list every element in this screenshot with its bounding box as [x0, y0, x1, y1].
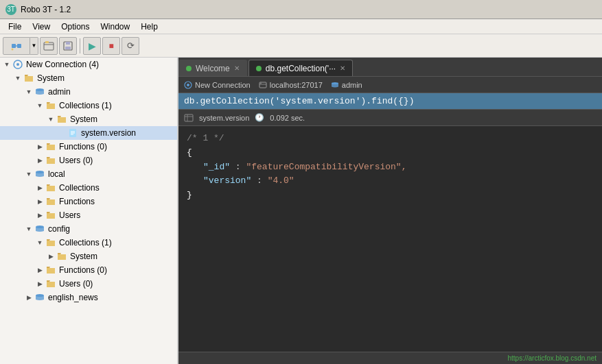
- svg-rect-25: [185, 114, 193, 121]
- conn-name-item: New Connection: [184, 81, 251, 89]
- svg-point-10: [16, 63, 19, 66]
- menu-options[interactable]: Options: [56, 21, 95, 33]
- tree-config-db[interactable]: ▼ config: [0, 222, 177, 236]
- title-bar: 3T Robo 3T - 1.2: [0, 0, 602, 19]
- tree-system-folder[interactable]: ▼ System: [0, 71, 177, 85]
- connection-icon: [12, 59, 23, 70]
- tree-system-version[interactable]: system.version: [0, 126, 177, 140]
- menu-window[interactable]: Window: [95, 21, 136, 33]
- folder-icon-admin-func: [45, 141, 56, 152]
- svg-rect-0: [12, 44, 16, 48]
- status-bar: https://arcticfox.blog.csdn.net: [178, 352, 602, 364]
- stop-button[interactable]: ■: [102, 37, 120, 55]
- local-functions-label: Functions: [59, 197, 95, 206]
- open-button[interactable]: [40, 37, 58, 55]
- db-icon-english-news: [34, 292, 45, 303]
- query-bar: db.getCollection('system.version').find(…: [178, 93, 602, 110]
- svg-rect-1: [17, 44, 21, 48]
- db-icon-admin: [34, 86, 45, 97]
- toggle-local-func: ▶: [34, 196, 45, 207]
- config-collections-label: Collections (1): [59, 238, 112, 247]
- run-button[interactable]: ▶: [83, 37, 101, 55]
- tab-close-query[interactable]: ✕: [340, 64, 345, 72]
- tab-query-label: db.getCollection('···: [266, 64, 336, 73]
- folder-icon-local-coll: [45, 182, 56, 193]
- toolbar-sep-1: [80, 38, 80, 53]
- tree-local-users[interactable]: ▶ Users: [0, 208, 177, 222]
- tree-panel: ▼ New Connection (4) ▼ System ▼ admin ▼: [0, 58, 178, 364]
- toggle-config-sys: ▶: [45, 251, 56, 262]
- tree-config-functions[interactable]: ▶ Functions (0): [0, 263, 177, 277]
- refresh-button[interactable]: ⟳: [121, 37, 139, 55]
- main-layout: ▼ New Connection (4) ▼ System ▼ admin ▼: [0, 58, 602, 364]
- db-icon-config: [34, 223, 45, 234]
- tree-local-collections[interactable]: ▶ Collections: [0, 181, 177, 195]
- menu-view[interactable]: View: [27, 21, 56, 33]
- tree-admin-functions[interactable]: ▶ Functions (0): [0, 140, 177, 154]
- conn-host: localhost:27017: [270, 81, 323, 89]
- admin-collections-label: Collections (1): [59, 101, 112, 110]
- local-label: local: [48, 169, 65, 179]
- coll-system-label: System: [70, 114, 97, 124]
- local-users-label: Users: [59, 210, 80, 220]
- tab-query[interactable]: db.getCollection('··· ✕: [248, 60, 353, 76]
- conn-link-icon: [184, 81, 192, 89]
- tree-local-functions[interactable]: ▶ Functions: [0, 195, 177, 208]
- tree-admin-db[interactable]: ▼ admin: [0, 85, 177, 99]
- tree-local-db[interactable]: ▼ local: [0, 167, 177, 181]
- tab-welcome[interactable]: Welcome ✕: [178, 60, 247, 76]
- config-label: config: [48, 224, 70, 234]
- connection-label: New Connection (4): [26, 60, 99, 69]
- code-id-colon: :: [235, 162, 246, 172]
- folder-icon-coll-system: [56, 114, 67, 125]
- tree-english-news-db[interactable]: ▶ english_news: [0, 291, 177, 304]
- admin-functions-label: Functions (0): [59, 142, 107, 151]
- code-line-5: }: [187, 189, 594, 203]
- menu-help[interactable]: Help: [135, 21, 163, 33]
- conn-db: admin: [342, 81, 362, 89]
- code-id-val: "featureCompatibilityVersion",: [246, 162, 406, 172]
- folder-icon-system: [23, 73, 34, 84]
- connection-dropdown[interactable]: ▼: [30, 37, 38, 55]
- folder-icon-config-func: [45, 265, 56, 276]
- db-icon-local: [34, 169, 45, 180]
- tree-admin-collections[interactable]: ▼ Collections (1): [0, 99, 177, 112]
- code-line-2: {: [187, 146, 594, 160]
- code-id-key: "_id": [203, 162, 230, 172]
- tree-admin-coll-system[interactable]: ▼ System: [0, 112, 177, 126]
- tree-root[interactable]: ▼ New Connection (4): [0, 58, 177, 71]
- folder-icon-admin-users: [45, 155, 56, 166]
- tree-config-coll-system[interactable]: ▶ System: [0, 250, 177, 263]
- toggle-system: ▼: [12, 73, 23, 84]
- tab-dot-query: [256, 66, 262, 71]
- conn-name: New Connection: [195, 81, 251, 89]
- tab-welcome-label: Welcome: [196, 64, 230, 73]
- config-sys-label: System: [70, 252, 97, 261]
- conn-db-item: admin: [331, 81, 362, 89]
- folder-icon-admin-coll: [45, 100, 56, 111]
- clock-icon: 🕐: [255, 113, 264, 122]
- svg-rect-5: [45, 41, 49, 43]
- svg-point-3: [12, 48, 14, 50]
- toggle-config-users: ▶: [34, 278, 45, 289]
- tab-close-welcome[interactable]: ✕: [234, 64, 240, 72]
- connection-button[interactable]: [3, 37, 30, 55]
- save-button[interactable]: [59, 37, 77, 55]
- conn-db-icon: [331, 81, 339, 89]
- connection-icon: [10, 40, 23, 52]
- folder-icon-config-users: [45, 278, 56, 289]
- tree-config-collections[interactable]: ▼ Collections (1): [0, 236, 177, 250]
- save-icon: [62, 40, 73, 51]
- menu-file[interactable]: File: [3, 21, 27, 33]
- toggle-admin-coll: ▼: [34, 100, 45, 111]
- result-collection: system.version: [199, 114, 249, 122]
- toggle-local: ▼: [23, 169, 34, 180]
- toggle-admin: ▼: [23, 86, 34, 97]
- code-line-4: "version" : "4.0": [187, 174, 594, 189]
- tab-bar: Welcome ✕ db.getCollection('··· ✕: [178, 58, 602, 77]
- tree-config-users[interactable]: ▶ Users (0): [0, 277, 177, 291]
- tree-admin-users[interactable]: ▶ Users (0): [0, 154, 177, 167]
- code-line-1: /* 1 */: [187, 132, 594, 146]
- connection-button-group: ▼: [3, 37, 38, 55]
- toggle-admin-coll-system: ▼: [45, 114, 56, 125]
